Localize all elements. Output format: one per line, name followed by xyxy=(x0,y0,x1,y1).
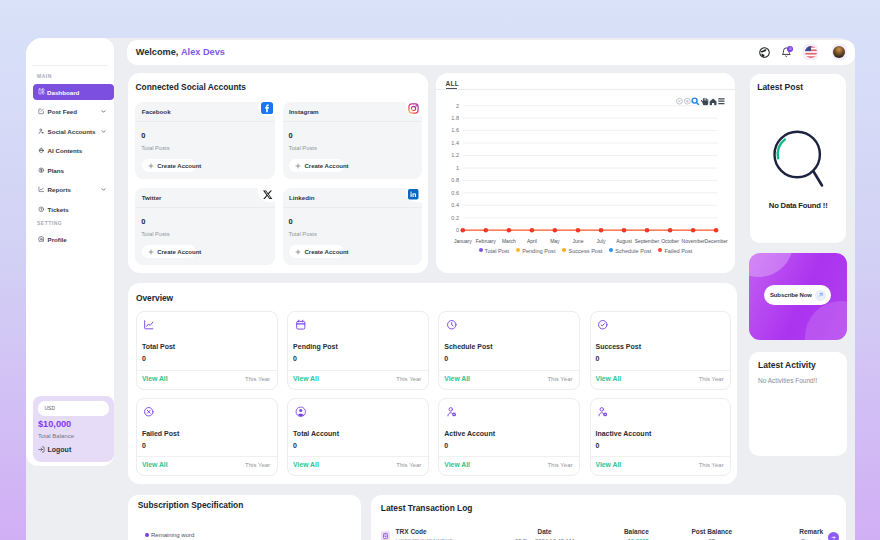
svg-text:0.6: 0.6 xyxy=(451,190,459,196)
svg-text:December: December xyxy=(704,238,727,244)
svg-text:February: February xyxy=(476,238,497,244)
svg-text:May: May xyxy=(550,238,560,244)
svg-text:0.2: 0.2 xyxy=(451,215,459,221)
svg-text:September: September xyxy=(635,238,660,244)
svg-text:January: January xyxy=(454,238,472,244)
svg-text:0.8: 0.8 xyxy=(451,177,459,183)
svg-text:March: March xyxy=(502,238,516,244)
svg-text:1.8: 1.8 xyxy=(451,115,459,121)
svg-text:2: 2 xyxy=(456,103,459,109)
svg-text:1.2: 1.2 xyxy=(451,152,459,158)
svg-text:0: 0 xyxy=(456,227,459,233)
svg-text:0.4: 0.4 xyxy=(451,202,459,208)
svg-text:April: April xyxy=(527,238,537,244)
svg-text:November: November xyxy=(681,238,704,244)
svg-text:1.6: 1.6 xyxy=(451,127,459,133)
svg-text:1.4: 1.4 xyxy=(451,140,459,146)
svg-text:1: 1 xyxy=(456,165,459,171)
svg-text:October: October xyxy=(661,238,679,244)
svg-text:June: June xyxy=(572,238,583,244)
svg-text:July: July xyxy=(596,238,605,244)
svg-text:August: August xyxy=(616,238,632,244)
